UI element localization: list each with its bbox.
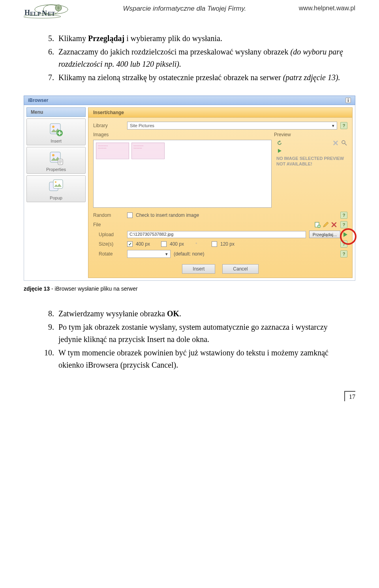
header-tagline: Wsparcie informatyczne dla Twojej Firmy. (70, 4, 299, 13)
menu-popup-button[interactable]: Popup (26, 175, 86, 202)
image-thumbnail[interactable]: ~~~~~~~~~~~~~ (96, 143, 129, 159)
insert-button[interactable]: Insert (182, 264, 215, 274)
rotate-select[interactable]: ▾ (127, 250, 171, 258)
image-thumbnail[interactable]: ~~~~~~~~~~~~~ (131, 143, 165, 159)
help-icon[interactable]: ? (340, 212, 347, 219)
figure-caption: zdjęcie 13 - iBrowser wysłanie pliku na … (24, 286, 355, 292)
info-icon[interactable]: i (345, 98, 351, 103)
images-label: Images (93, 132, 124, 137)
random-checkbox[interactable] (127, 212, 133, 218)
screenshot-ibrowser: iBrowser i Menu Insert Properties Popup (24, 96, 355, 281)
panel-header: Insert/change (88, 108, 352, 118)
file-add-icon[interactable] (314, 222, 321, 228)
svg-rect-15 (53, 180, 63, 188)
refresh-icon[interactable] (276, 140, 283, 146)
size-checkbox-120[interactable] (212, 241, 217, 247)
svg-point-16 (55, 181, 56, 183)
instructions-list-b: Zatwierdzamy wysyłanie obrazka OK. Po ty… (47, 308, 343, 371)
rotate-default-text: (default: none) (174, 251, 204, 257)
window-titlebar: iBrowser i (24, 96, 355, 105)
random-text: Check to insert random image (136, 212, 337, 218)
upload-label: Upload (93, 232, 124, 237)
cancel-button[interactable]: Cancel (222, 264, 258, 274)
svg-point-9 (52, 126, 54, 128)
instruction-item: Klikamy na zieloną strzałkę by ostateczn… (56, 71, 343, 84)
menu-header: Menu (26, 107, 86, 117)
logo: H ELP N ET (24, 4, 70, 21)
header-url: www.helpnet.waw.pl (299, 4, 355, 12)
instruction-item: Zaznaczamy do jakich rozdzielczości ma p… (56, 46, 343, 70)
size-checkbox-400b[interactable] (161, 241, 167, 247)
menu-properties-button[interactable]: Properties (26, 147, 86, 174)
library-label: Library (93, 123, 124, 128)
upload-go-highlight (343, 232, 347, 237)
images-listbox[interactable]: ~~~~~~~~~~~~~ ~~~~~~~~~~~~~ (93, 140, 272, 208)
library-select[interactable]: Site Pictures▾ (127, 122, 337, 130)
random-label: Random (93, 212, 124, 218)
delete-icon[interactable] (332, 140, 339, 146)
sizes-label: Size(s) (93, 241, 124, 247)
file-edit-icon[interactable] (323, 222, 329, 228)
file-label: File (93, 222, 124, 227)
svg-point-12 (52, 154, 54, 156)
page-number: 17 (344, 391, 355, 401)
preview-label: Preview (274, 132, 347, 137)
help-icon[interactable]: ? (340, 250, 347, 257)
page-header: H ELP N ET Wsparcie informatyczne dla Tw… (24, 4, 355, 21)
help-icon[interactable]: ? (340, 221, 347, 228)
instruction-item: Zatwierdzamy wysyłanie obrazka OK. (56, 308, 343, 320)
rotate-label: Rotate (93, 251, 124, 257)
play-icon[interactable] (276, 148, 283, 154)
svg-text:N: N (42, 9, 47, 17)
svg-text:ELP: ELP (30, 11, 41, 17)
instruction-item: Klikamy Przeglądaj i wybieramy plik do w… (56, 32, 343, 45)
zoom-icon[interactable] (341, 140, 347, 146)
instruction-item: Po tym jak obrazek zostanie wysłany, sys… (56, 321, 343, 346)
svg-text:ET: ET (48, 11, 55, 17)
browse-button[interactable]: Przeglądaj... (309, 231, 340, 238)
upload-path-input[interactable]: C:\1207307537882.jpg (127, 231, 306, 238)
size-checkbox-400a[interactable] (127, 241, 133, 247)
instructions-list-a: Klikamy Przeglądaj i wybieramy plik do w… (47, 32, 343, 84)
menu-insert-button[interactable]: Insert (26, 118, 86, 145)
svg-point-17 (342, 141, 345, 144)
window-title: iBrowser (28, 98, 48, 103)
help-icon[interactable]: ? (340, 122, 347, 129)
instruction-item: W tym momencie obrazek powinien być już … (56, 347, 343, 371)
file-delete-icon[interactable] (331, 222, 337, 228)
upload-go-icon[interactable] (343, 232, 347, 237)
no-image-text: NO IMAGE SELECTED PREVIEW NOT AVAILABLE! (274, 156, 347, 167)
